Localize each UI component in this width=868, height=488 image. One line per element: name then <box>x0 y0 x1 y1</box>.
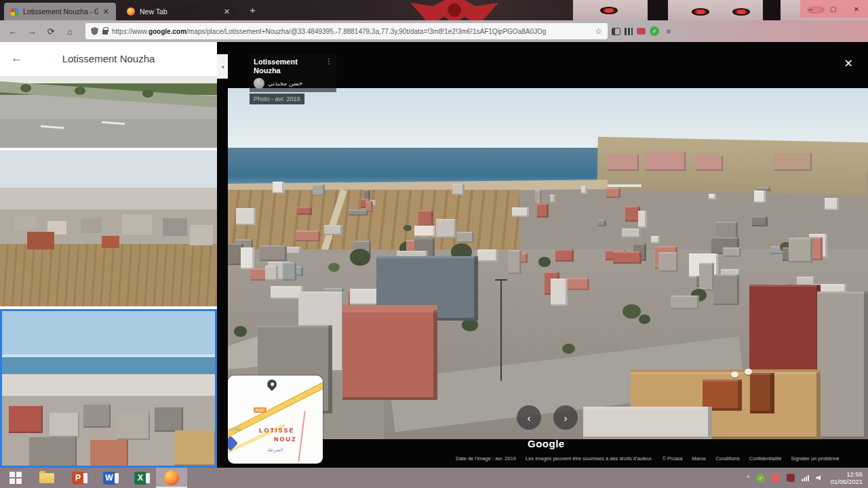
photos-sidebar: ← Lotissement Nouzha <box>0 42 217 468</box>
next-photo-button[interactable]: › <box>553 405 578 430</box>
minimize-button[interactable]: – <box>809 5 813 13</box>
word-icon: W <box>103 472 116 485</box>
firefox-icon <box>164 470 179 485</box>
photo-info-overlay: Lotissement Nouzha ⋮ حسن مجيدتي Photo - … <box>250 54 336 104</box>
sidebar-toggle-icon[interactable] <box>612 28 620 35</box>
mini-map[interactable]: R320 HIMI LOTISSE NOUZ الشرطة <box>228 375 323 464</box>
sidebar-place-title: Lotissement Nouzha <box>0 53 217 64</box>
photo-thumbnail-aerial-sea-selected[interactable] <box>0 309 217 468</box>
back-button[interactable]: ← <box>5 26 20 37</box>
region-link[interactable]: Maroc <box>692 455 707 462</box>
reload-button[interactable]: ⟳ <box>43 26 58 37</box>
browser-tab-strip: Lotissement Nouzha - Googl ✕ New Tab ✕ +… <box>0 0 868 20</box>
report-problem-link[interactable]: Signaler un problème <box>791 455 839 462</box>
map-pin-icon <box>265 378 279 391</box>
google-logo[interactable]: Google <box>528 438 565 449</box>
map-boundary-line <box>298 411 305 462</box>
forward-button[interactable]: → <box>24 26 39 37</box>
word-button[interactable]: W <box>94 468 125 488</box>
home-button[interactable]: ⌂ <box>62 26 77 37</box>
tracking-shield-icon[interactable] <box>91 27 98 35</box>
photo-author-row[interactable]: حسن مجيدتي <box>250 77 336 92</box>
library-icon[interactable] <box>625 28 633 35</box>
volume-icon[interactable] <box>816 475 821 481</box>
maroon-tray-icon[interactable] <box>787 474 795 482</box>
tab-close-icon[interactable]: ✕ <box>224 7 230 16</box>
photo-date-chip: Photo - avr. 2019 <box>250 94 304 104</box>
attribution-bar: Date de l'image : avr. 2019 Les images p… <box>456 455 863 462</box>
privacy-link[interactable]: Confidentialité <box>749 455 782 462</box>
powerpoint-button[interactable]: P <box>62 468 94 488</box>
tray-expand-chevron[interactable]: ^ <box>747 474 749 481</box>
start-button[interactable] <box>0 468 31 488</box>
photo-thumbnail-aerial-fields[interactable] <box>0 150 217 306</box>
author-avatar <box>254 78 264 89</box>
firefox-taskbar-button[interactable] <box>156 468 187 488</box>
copyright-notice: Les images peuvent être soumises à des d… <box>526 455 652 462</box>
map-arabic-label: الشرطة <box>267 447 283 453</box>
terms-link[interactable]: Conditions <box>715 455 739 462</box>
page-content: ← Lotissement Nouzha <box>0 42 868 468</box>
padlock-icon[interactable] <box>102 30 108 35</box>
tab-title: Lotissement Nouzha - Googl <box>23 7 98 16</box>
url-text: https://www.google.com/maps/place/Lotiss… <box>112 28 591 35</box>
kebab-menu-icon[interactable]: ⋮ <box>326 58 332 65</box>
green-check-extension-icon[interactable]: ✓ <box>650 26 659 36</box>
window-controls: – ▢ ✕ <box>800 0 868 18</box>
map-label-himi: HIMI <box>229 427 242 432</box>
close-viewer-icon[interactable]: ✕ <box>844 57 853 70</box>
folder-icon <box>39 473 54 483</box>
taskbar-clock[interactable]: 12:56 01/06/2021 <box>827 470 863 485</box>
clock-time: 12:56 <box>830 470 863 478</box>
system-tray: ^ ✓ 12:56 01/06/2021 <box>747 470 868 485</box>
file-explorer-button[interactable] <box>31 468 62 488</box>
photo-place-title: Lotissement Nouzha <box>254 58 326 75</box>
antivirus-tray-icon[interactable]: ✓ <box>756 474 765 483</box>
back-arrow-icon[interactable]: ← <box>11 52 22 65</box>
photo-thumbnail-street[interactable] <box>0 76 217 148</box>
maximize-button[interactable]: ▢ <box>830 5 836 13</box>
windows-taskbar: P W X ^ ✓ 12:56 01/06/2021 <box>0 468 868 488</box>
browser-toolbar: ← → ⟳ ⌂ https://www.google.com/maps/plac… <box>0 20 868 42</box>
photo-viewer: Lotissement Nouzha ⋮ حسن مجيدتي Photo - … <box>217 42 868 468</box>
previous-photo-button[interactable]: ‹ <box>517 405 541 430</box>
clock-date: 01/06/2021 <box>830 478 863 485</box>
hamburger-menu-icon[interactable]: ≡ <box>663 27 674 35</box>
network-icon[interactable] <box>802 475 809 481</box>
firefox-favicon <box>127 7 135 16</box>
tab-lotissement-nouzha[interactable]: Lotissement Nouzha - Googl ✕ <box>4 3 116 20</box>
bookmark-star-icon[interactable]: ☆ <box>595 26 602 36</box>
new-tab-button[interactable]: + <box>250 4 256 16</box>
desktop-screen: Lotissement Nouzha - Googl ✕ New Tab ✕ +… <box>0 0 868 488</box>
excel-button[interactable]: X <box>125 468 156 488</box>
tab-close-icon[interactable]: ✕ <box>103 7 109 16</box>
aerial-photo[interactable] <box>228 88 868 439</box>
red-extension-icon[interactable] <box>637 28 646 35</box>
close-window-button[interactable]: ✕ <box>854 5 859 13</box>
street-lamp <box>500 279 502 381</box>
red-tray-icon[interactable] <box>772 474 780 482</box>
address-bar[interactable]: https://www.google.com/maps/place/Lotiss… <box>85 23 608 39</box>
image-date-label: Date de l'image : avr. 2019 <box>456 455 516 462</box>
author-name: حسن مجيدتي <box>268 80 302 87</box>
sidebar-collapse-button[interactable]: ◂ <box>217 54 228 79</box>
tab-title: New Tab <box>140 7 219 16</box>
map-place-name-line2: NOUZ <box>274 436 297 443</box>
sidebar-header: ← Lotissement Nouzha <box>0 42 217 75</box>
tab-new-tab[interactable]: New Tab ✕ <box>120 3 237 20</box>
google-maps-favicon <box>11 8 18 16</box>
excel-icon: X <box>134 472 147 485</box>
anime-emblem-wallpaper <box>390 0 519 20</box>
map-place-name-line1: LOTISSE <box>259 427 295 434</box>
powerpoint-icon: P <box>72 472 85 485</box>
windows-logo-icon <box>9 472 22 484</box>
road-shield-label: R320 <box>254 407 267 413</box>
picasa-credit-link[interactable]: © Picasa <box>662 455 682 462</box>
